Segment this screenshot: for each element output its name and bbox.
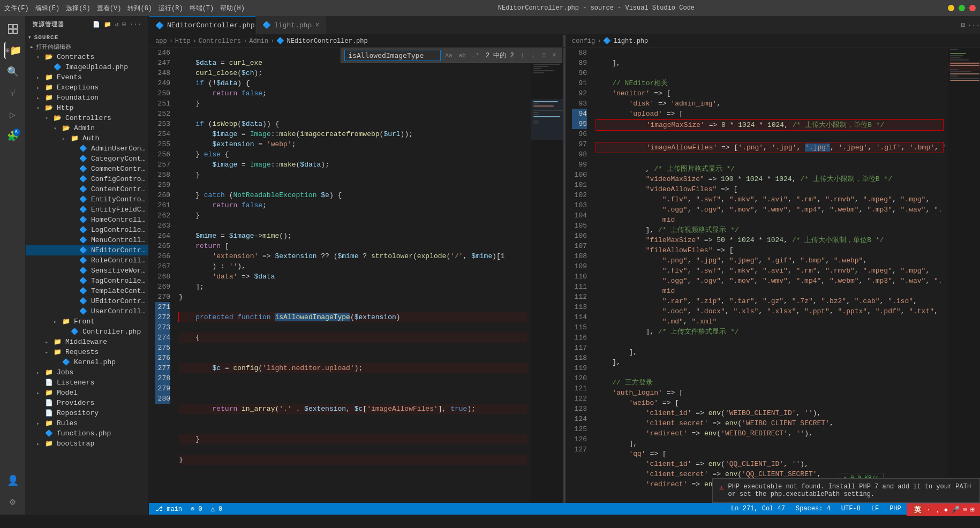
- bc-controllers[interactable]: Controllers: [199, 37, 241, 45]
- tree-template[interactable]: 🔷 TemplateController.php: [26, 286, 148, 296]
- tree-entity[interactable]: 🔷 EntityController.php: [26, 194, 148, 205]
- refresh-icon[interactable]: ↺: [115, 21, 119, 28]
- tree-menu[interactable]: 🔷 MenuController.php: [26, 235, 148, 245]
- minimize-button[interactable]: [948, 5, 954, 11]
- tab-light-close[interactable]: ×: [315, 21, 319, 29]
- bc-config[interactable]: config: [572, 37, 595, 45]
- tree-category[interactable]: 🔷 CategoryController.php: [26, 154, 148, 164]
- tree-user[interactable]: 🔷 UserController.php: [26, 306, 148, 316]
- ime-mic[interactable]: 🎤: [951, 506, 960, 514]
- tree-sensitive[interactable]: 🔷 SensitiveWordControll...: [26, 266, 148, 276]
- whole-word-btn[interactable]: ab: [457, 51, 468, 60]
- error-count[interactable]: ⊗ 0: [189, 505, 205, 513]
- activity-explorer[interactable]: [4, 20, 21, 37]
- tree-listeners[interactable]: 📄 Listeners: [26, 378, 148, 388]
- ime-grid[interactable]: ⊞: [970, 506, 975, 514]
- ime-label[interactable]: 英: [912, 504, 923, 515]
- tree-tag[interactable]: 🔷 TagController.php: [26, 276, 148, 286]
- tree-frontcontroller[interactable]: 🔷 Controller.php: [26, 327, 148, 337]
- tree-http[interactable]: ▾ 📂 Http: [26, 103, 148, 113]
- new-folder-icon[interactable]: 📁: [104, 21, 112, 28]
- activity-debug[interactable]: ▷: [4, 106, 21, 123]
- tree-events[interactable]: ▸ 📁 Events: [26, 72, 148, 82]
- menu-item-select[interactable]: 选择(S): [66, 4, 91, 13]
- tree-repository[interactable]: 📄 Repository: [26, 408, 148, 418]
- tree-role[interactable]: 🔷 RoleController.php: [26, 255, 148, 266]
- tree-foundation[interactable]: ▸ 📁 Foundation: [26, 93, 148, 103]
- tree-ueditor[interactable]: 🔷 UEditorController.php: [26, 296, 148, 306]
- ime-dot[interactable]: ●: [944, 506, 948, 514]
- source-section[interactable]: ▾ ▾ SOURCE SOURCE: [26, 33, 148, 42]
- tree-requests[interactable]: ▸ 📁 Requests: [26, 347, 148, 357]
- bc-light[interactable]: light.php: [613, 37, 648, 45]
- tree-entityfield[interactable]: 🔷 EntityFieldController.p...: [26, 205, 148, 215]
- tree-rules[interactable]: ▸ 📁 Rules: [26, 418, 148, 428]
- activity-extensions[interactable]: 🧩 6: [4, 127, 21, 145]
- tree-jobs[interactable]: ▸ 📁 Jobs: [26, 367, 148, 378]
- tree-functions[interactable]: 🔷 functions.php: [26, 428, 148, 439]
- indent-spaces[interactable]: Spaces: 4: [794, 505, 833, 512]
- cursor-position[interactable]: Ln 271, Col 47: [729, 505, 787, 512]
- left-editor-scroll[interactable]: 246247248249250 251252253254255 25625725…: [149, 48, 563, 503]
- tree-front[interactable]: ▸ 📁 Front: [26, 316, 148, 327]
- find-close-btn[interactable]: ×: [550, 50, 559, 61]
- find-input[interactable]: [344, 50, 441, 61]
- tree-adminuser[interactable]: 🔷 AdminUserController.p...: [26, 144, 148, 154]
- match-case-btn[interactable]: Aa: [443, 51, 454, 60]
- menu-item-edit[interactable]: 编辑(E): [35, 4, 60, 13]
- activity-account[interactable]: 👤: [4, 472, 21, 489]
- tree-comment[interactable]: 🔷 CommentController.php: [26, 164, 148, 174]
- bc-http[interactable]: Http: [175, 37, 191, 45]
- right-code-content[interactable]: ], // NEditor相关 'neditor' => [ 'disk' =>…: [591, 48, 948, 503]
- find-next-btn[interactable]: ↓: [529, 50, 538, 61]
- menu-item-run[interactable]: 运行(R): [159, 4, 183, 13]
- tree-home[interactable]: 🔷 HomeController.php: [26, 215, 148, 225]
- bc-admin[interactable]: Admin: [249, 37, 268, 45]
- tree-content[interactable]: 🔷 ContentController.php: [26, 184, 148, 194]
- tree-middleware[interactable]: ▸ 📁 Middleware: [26, 337, 148, 347]
- ime-keyboard[interactable]: ⌨: [963, 506, 967, 514]
- menu-bar[interactable]: 文件(F) 编辑(E) 选择(S) 查看(V) 转到(G) 运行(R) 终端(T…: [4, 4, 245, 13]
- tree-bootstrap[interactable]: ▸ 📁 bootstrap: [26, 439, 148, 449]
- maximize-button[interactable]: [959, 5, 965, 11]
- encoding[interactable]: UTF-8: [839, 505, 863, 512]
- menu-item-zi[interactable]: 文件(F): [4, 4, 29, 13]
- warning-count[interactable]: △ 0: [209, 505, 225, 513]
- git-branch[interactable]: ⎇ main: [153, 505, 184, 513]
- tree-kernel[interactable]: 🔷 Kernel.php: [26, 357, 148, 367]
- menu-item-view[interactable]: 查看(V): [97, 4, 122, 13]
- open-editors-section[interactable]: ▸ 打开的编辑器: [26, 42, 148, 52]
- tab-light[interactable]: 🔷 light.php ×: [256, 16, 327, 34]
- more-icon[interactable]: ···: [130, 21, 142, 28]
- activity-search[interactable]: 🔍: [4, 63, 21, 80]
- activity-files[interactable]: 📁: [4, 42, 21, 59]
- find-in-selection-btn[interactable]: ≡: [539, 50, 548, 61]
- tree-contracts[interactable]: ▾ 📂 Contracts: [26, 52, 148, 62]
- activity-git[interactable]: ⑂: [4, 85, 21, 102]
- tree-exceptions[interactable]: ▸ 📁 Exceptions: [26, 82, 148, 93]
- ime-punct[interactable]: ，: [934, 505, 941, 515]
- close-button[interactable]: [969, 5, 976, 11]
- activity-settings[interactable]: ⚙: [4, 493, 21, 510]
- tree-controllers[interactable]: ▾ 📂 Controllers: [26, 113, 148, 123]
- menu-item-terminal[interactable]: 终端(T): [190, 4, 214, 13]
- regex-btn[interactable]: .*: [470, 51, 481, 60]
- new-file-icon[interactable]: 📄: [93, 21, 101, 28]
- language-mode[interactable]: PHP: [887, 505, 903, 512]
- menu-item-goto[interactable]: 转到(G): [127, 4, 152, 13]
- tree-providers[interactable]: 📄 Providers: [26, 398, 148, 408]
- right-editor-scroll[interactable]: 8889909192 93 94 95 96979899100 10110210…: [566, 48, 980, 503]
- more-actions-icon[interactable]: ···: [968, 21, 980, 29]
- tree-neditor[interactable]: 🔷 NEditorController.php: [26, 245, 148, 255]
- bc-filename[interactable]: NEditorController.php: [287, 37, 367, 45]
- left-code-content[interactable]: $data = curl_exe curl_close($ch); if (!$…: [175, 48, 531, 503]
- bc-app[interactable]: app: [155, 37, 167, 45]
- tree-admin[interactable]: ▾ 📂 Admin: [26, 123, 148, 133]
- tree-model[interactable]: ▸ 📁 Model: [26, 388, 148, 398]
- tree-config[interactable]: 🔷 ConfigController.php: [26, 174, 148, 184]
- line-ending[interactable]: LF: [869, 505, 881, 512]
- menu-item-help[interactable]: 帮助(H): [220, 4, 245, 13]
- tab-neditor[interactable]: 🔷 NEditorController.php ×: [149, 16, 256, 34]
- tree-imageupload[interactable]: 🔷 ImageUpload.php: [26, 62, 148, 72]
- tree-log[interactable]: 🔷 LogController.php: [26, 225, 148, 235]
